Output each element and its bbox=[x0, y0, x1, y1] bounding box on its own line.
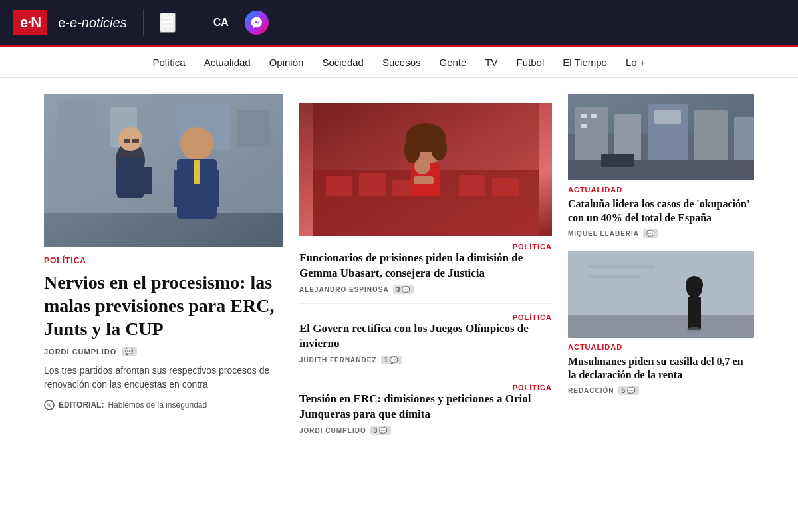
svg-rect-41 bbox=[581, 114, 587, 118]
main-content: POLÍTICA Nervios en el procesismo: las m… bbox=[33, 94, 765, 444]
right-image-1-svg bbox=[568, 251, 754, 338]
article-0-author: ALEJANDRO ESPINOSA bbox=[299, 286, 389, 293]
svg-rect-26 bbox=[492, 178, 519, 196]
svg-rect-13 bbox=[174, 170, 186, 207]
messenger-button[interactable] bbox=[245, 11, 269, 35]
article-1-author: JUDITH FERNÁNDEZ bbox=[299, 356, 377, 364]
svg-point-30 bbox=[431, 136, 447, 160]
featured-image[interactable] bbox=[44, 94, 283, 247]
svg-rect-37 bbox=[614, 114, 641, 160]
editorial-row[interactable]: ✎ EDITORIAL: Hablemos de la inseguridad bbox=[44, 400, 283, 410]
article-2-category: POLÍTICA bbox=[513, 384, 552, 392]
article-2: POLÍTICA Tensión en ERC: dimisiones y pe… bbox=[299, 374, 552, 444]
right-article-0-comments[interactable]: 💬 bbox=[643, 229, 658, 238]
logo-name: e-e-noticies bbox=[58, 15, 126, 31]
svg-rect-54 bbox=[688, 297, 701, 330]
right-article-0-title[interactable]: Cataluña lidera los casos de 'okupación'… bbox=[568, 198, 754, 225]
editorial-label: EDITORIAL: bbox=[59, 400, 104, 410]
right-article-1: ACTUALIDAD Musulmanes piden su casilla d… bbox=[568, 251, 754, 396]
nav-item-gente[interactable]: Gente bbox=[440, 57, 467, 68]
right-article-1-category: ACTUALIDAD bbox=[568, 343, 754, 351]
article-2-author-row: JORDI CUMPLIDO 3 💬 bbox=[299, 426, 552, 435]
nav-item-sociedad[interactable]: Sociedad bbox=[322, 57, 364, 68]
svg-rect-52 bbox=[588, 275, 641, 278]
article-0-title[interactable]: Funcionarios de prisiones piden la dimis… bbox=[299, 251, 552, 281]
mid-top-image-svg bbox=[299, 103, 552, 236]
nav-item-actualidad[interactable]: Actualidad bbox=[204, 57, 251, 68]
nav-item-futbol[interactable]: Fútbol bbox=[517, 57, 545, 68]
svg-rect-9 bbox=[116, 167, 124, 194]
language-button[interactable]: CA bbox=[208, 14, 234, 31]
nav-item-tv[interactable]: TV bbox=[485, 57, 497, 68]
featured-title[interactable]: Nervios en el procesismo: las malas prev… bbox=[44, 271, 283, 340]
svg-rect-40 bbox=[734, 117, 754, 160]
svg-rect-17 bbox=[132, 139, 139, 143]
svg-rect-25 bbox=[459, 175, 485, 196]
mid-top-article: POLÍTICA Funcionarios de prisiones piden… bbox=[299, 94, 552, 304]
svg-point-33 bbox=[414, 158, 430, 174]
featured-comment-icon[interactable]: 💬 bbox=[122, 347, 137, 356]
left-column: POLÍTICA Nervios en el procesismo: las m… bbox=[44, 94, 283, 444]
right-column: ACTUALIDAD Cataluña lidera los casos de … bbox=[568, 94, 754, 444]
right-article-1-author: REDACCIÓN bbox=[568, 387, 614, 394]
article-1-comments[interactable]: 1 💬 bbox=[381, 356, 402, 364]
nav-item-lo-mas[interactable]: Lo + bbox=[626, 57, 646, 68]
right-article-1-title[interactable]: Musulmanes piden su casilla del 0,7 en l… bbox=[568, 355, 754, 383]
editorial-text: Hablemos de la inseguridad bbox=[108, 400, 207, 410]
svg-rect-16 bbox=[124, 139, 130, 143]
article-1-author-row: JUDITH FERNÁNDEZ 1 💬 bbox=[299, 356, 552, 364]
svg-point-56 bbox=[686, 327, 702, 332]
right-article-1-comments[interactable]: 5 💬 bbox=[618, 386, 640, 395]
article-2-comments[interactable]: 3 💬 bbox=[370, 426, 392, 435]
nav-item-sucesos[interactable]: Sucesos bbox=[382, 57, 421, 68]
logo-box[interactable]: e·N bbox=[13, 10, 47, 35]
right-article-0-author: MIQUEL LLABERIA bbox=[568, 230, 639, 237]
right-article-0-category: ACTUALIDAD bbox=[568, 186, 754, 194]
article-2-title[interactable]: Tensión en ERC: dimisiones y peticiones … bbox=[299, 392, 552, 422]
svg-rect-14 bbox=[207, 170, 219, 207]
svg-text:✎: ✎ bbox=[47, 402, 52, 409]
header-divider bbox=[143, 9, 144, 36]
article-0-category: POLÍTICA bbox=[513, 243, 552, 251]
nav-item-opinion[interactable]: Opinión bbox=[269, 57, 304, 68]
middle-column: POLÍTICA Funcionarios de prisiones piden… bbox=[299, 94, 552, 444]
svg-rect-22 bbox=[326, 176, 352, 196]
article-0-comments[interactable]: 3 💬 bbox=[393, 285, 414, 294]
svg-point-55 bbox=[686, 276, 703, 293]
featured-image-svg bbox=[44, 94, 283, 247]
svg-rect-51 bbox=[588, 265, 654, 268]
featured-author: JORDI CUMPLIDO bbox=[44, 348, 116, 356]
featured-description: Los tres partidos afrontan sus respectiv… bbox=[44, 364, 283, 392]
article-1-title[interactable]: El Govern rectifica con los Juegos Olímp… bbox=[299, 321, 552, 352]
right-article-1-author-row: REDACCIÓN 5 💬 bbox=[568, 386, 754, 395]
main-nav: Política Actualidad Opinión Sociedad Suc… bbox=[0, 47, 798, 78]
svg-rect-10 bbox=[144, 167, 152, 194]
header-divider-2 bbox=[192, 9, 192, 36]
right-image-0[interactable] bbox=[568, 94, 754, 180]
site-header: e·N e-e-noticies ☰ CA bbox=[0, 0, 798, 45]
svg-rect-46 bbox=[601, 154, 634, 167]
svg-rect-42 bbox=[591, 114, 597, 118]
svg-rect-23 bbox=[359, 173, 386, 196]
svg-rect-44 bbox=[654, 110, 681, 124]
editorial-icon: ✎ bbox=[44, 400, 55, 410]
right-image-0-svg bbox=[568, 94, 754, 180]
svg-rect-50 bbox=[568, 251, 754, 315]
right-article-0-author-row: MIQUEL LLABERIA 💬 bbox=[568, 229, 754, 238]
svg-point-29 bbox=[404, 136, 420, 163]
featured-category: POLÍTICA bbox=[44, 256, 283, 265]
article-1: POLÍTICA El Govern rectifica con los Jue… bbox=[299, 304, 552, 374]
mid-top-image[interactable] bbox=[299, 103, 552, 236]
nav-item-politica[interactable]: Política bbox=[152, 57, 185, 68]
right-article-0: ACTUALIDAD Cataluña lidera los casos de … bbox=[568, 94, 754, 238]
svg-point-11 bbox=[180, 127, 213, 160]
right-image-1[interactable] bbox=[568, 251, 754, 338]
hamburger-menu-button[interactable]: ☰ bbox=[160, 13, 176, 33]
nav-item-el-tiempo[interactable]: El Tiempo bbox=[563, 57, 607, 68]
svg-rect-39 bbox=[694, 110, 728, 160]
article-1-category: POLÍTICA bbox=[513, 313, 552, 321]
article-0-author-row: ALEJANDRO ESPINOSA 3 💬 bbox=[299, 285, 552, 294]
svg-point-7 bbox=[118, 127, 142, 151]
svg-rect-5 bbox=[237, 110, 270, 147]
article-2-author: JORDI CUMPLIDO bbox=[299, 427, 366, 434]
